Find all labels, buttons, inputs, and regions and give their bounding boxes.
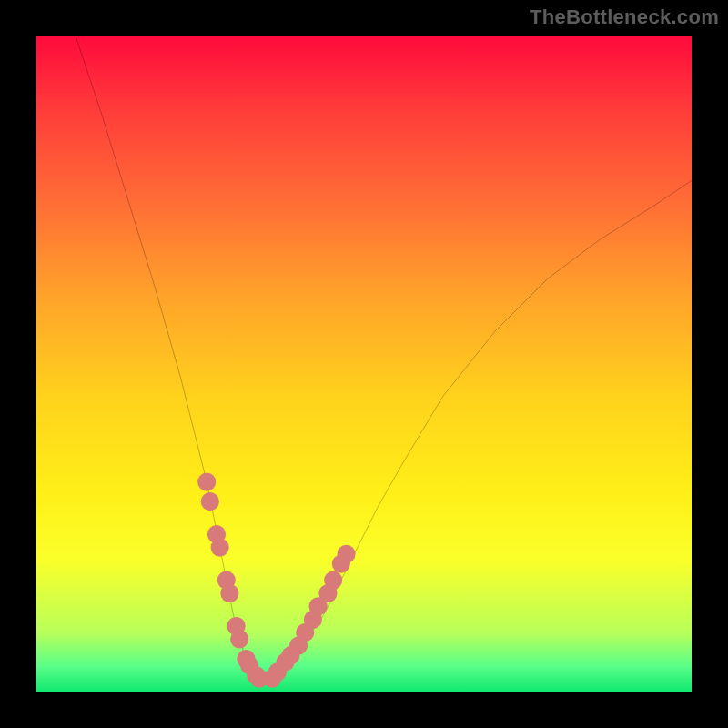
chart-svg (36, 36, 692, 692)
marker-dot (230, 630, 248, 648)
marker-dot (201, 492, 219, 511)
marker-dot (220, 584, 238, 602)
marker-cluster-left (197, 473, 268, 688)
marker-cluster-right (263, 545, 356, 688)
chart-plot-area (36, 36, 692, 692)
outer-frame: TheBottleneck.com (0, 0, 728, 728)
marker-dot (324, 571, 342, 590)
marker-dot (197, 473, 216, 491)
bottleneck-curve-path (76, 36, 692, 679)
watermark-text: TheBottleneck.com (530, 5, 719, 29)
marker-dot (211, 539, 229, 557)
marker-dot (337, 545, 355, 563)
